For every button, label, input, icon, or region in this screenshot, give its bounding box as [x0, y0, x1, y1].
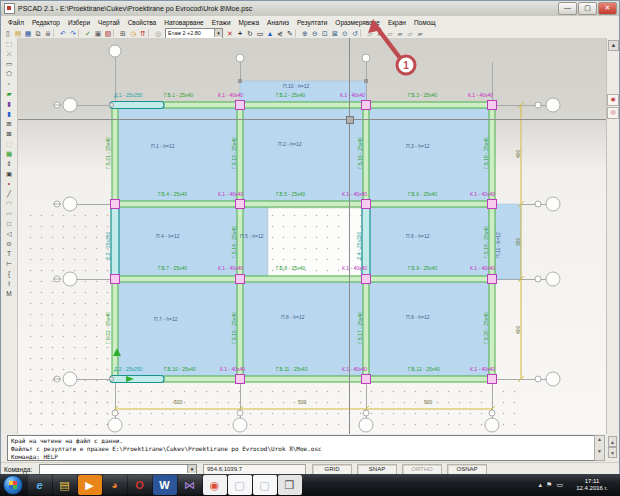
drawing-tool-icon[interactable]: ▰ [3, 89, 15, 99]
drawing-tool-icon[interactable]: ◁ [3, 229, 15, 239]
drawing-tool-icon[interactable]: ⊢ [3, 259, 15, 269]
taskbar-app-button[interactable]: ▢ [253, 475, 277, 495]
drawing-tool-icon[interactable]: ⬠ [3, 69, 15, 79]
drawing-tool-icon[interactable]: ⊙ [3, 239, 15, 249]
toolbar-icon[interactable]: ↺ [350, 29, 360, 38]
toolbar-icon[interactable]: ↻ [245, 29, 255, 38]
drawing-tool-icon[interactable]: ▮ [3, 109, 15, 119]
spinner-up-icon[interactable]: ▲ [608, 436, 617, 447]
taskbar-app-button[interactable]: ◉ [203, 475, 227, 495]
toolbar-icon[interactable]: ✕ [225, 29, 235, 38]
toolbar-icon[interactable]: ↷ [68, 29, 78, 38]
menu-item[interactable]: Помощ [410, 18, 440, 27]
drawing-tool-icon[interactable]: ▮ [3, 99, 15, 109]
menu-item[interactable]: Избери [64, 18, 94, 27]
spinner-down-icon[interactable]: ▼ [608, 447, 617, 458]
taskbar-app-button[interactable]: ◕ [103, 475, 127, 495]
drawing-tool-icon[interactable]: ▣ [3, 169, 15, 179]
toolbar-icon[interactable]: ⊕ [300, 29, 310, 38]
menu-item[interactable]: Натоварване [160, 18, 208, 27]
close-button[interactable]: ✕ [598, 2, 617, 15]
toolbar-icon[interactable]: ▱ [405, 29, 415, 38]
menu-item[interactable]: Анализ [263, 18, 293, 27]
tray-icon[interactable]: ▴ [539, 481, 543, 489]
toolbar-icon[interactable]: ▧ [103, 29, 113, 38]
toolbar-icon[interactable]: ↶ [58, 29, 68, 38]
taskbar-app-button[interactable]: ❒ [278, 475, 302, 495]
menu-item[interactable]: Етажи [208, 18, 235, 27]
toolbar-icon[interactable]: ⊖ [310, 29, 320, 38]
drawing-tool-icon[interactable]: ◠ [3, 199, 15, 209]
tray-icon[interactable]: ⚑ [546, 481, 552, 489]
drawing-tool-icon[interactable]: ╱ [3, 189, 15, 199]
drawing-tool-icon[interactable]: ⬚ [3, 139, 15, 149]
toolbar-icon[interactable]: ✎ [285, 29, 295, 38]
toolbar-icon[interactable]: ▣ [93, 29, 103, 38]
toolbar-icon[interactable]: ▰ [415, 29, 425, 38]
storey-combo[interactable]: Етаж 2 +2.80 [165, 28, 223, 39]
menu-item[interactable]: Оразмеряване [331, 18, 384, 27]
toolbar-icon[interactable]: ⊠ [330, 29, 340, 38]
taskbar-app-button[interactable]: ▤ [53, 475, 77, 495]
toolbar-icon[interactable]: ≣ [43, 29, 53, 38]
drawing-tool-icon[interactable]: ▫ [3, 79, 15, 89]
tray-icon[interactable]: ▭ [556, 481, 563, 489]
drawing-tool-icon[interactable]: ▦ [3, 149, 15, 159]
toolbar-icon[interactable]: ▱ [365, 29, 375, 38]
drawing-tool-icon[interactable]: { [3, 269, 15, 279]
drawing-tool-icon[interactable]: ⊞ [3, 119, 15, 129]
menu-item[interactable]: Редактор [28, 18, 64, 27]
toolbar-icon[interactable]: ◷ [128, 29, 138, 38]
minimize-button[interactable]: — [558, 2, 577, 15]
toolbar-icon[interactable]: ▤ [13, 29, 23, 38]
toolbar-icon[interactable]: ▦ [23, 29, 33, 38]
toolbar-icon[interactable]: ▭ [255, 29, 265, 38]
log-scrollbar[interactable]: ▲▼ [594, 435, 605, 461]
drawing-tool-icon[interactable]: 〰 [3, 209, 15, 219]
menu-item[interactable]: Файл [4, 18, 28, 27]
taskbar-app-button[interactable]: e [28, 475, 52, 495]
toolbar-icon[interactable]: + [235, 29, 245, 38]
drawing-tool-icon[interactable]: • [3, 179, 15, 189]
drawing-tool-icon[interactable]: T [3, 249, 15, 259]
drawing-canvas[interactable]: Д.1 - 25x250Г.Б.1 - 25x40К.1 - 40x40Г.Б.… [18, 38, 619, 434]
drawing-tool-icon[interactable]: ⤬ [3, 49, 15, 59]
drawing-tool-icon[interactable]: ⬚ [3, 39, 15, 49]
taskbar-app-button[interactable]: W [153, 475, 177, 495]
panel-button[interactable]: ◎ [607, 107, 619, 119]
toolbar-icon[interactable]: ✓ [83, 29, 93, 38]
menu-item[interactable]: Чертай [94, 18, 124, 27]
start-button[interactable] [3, 475, 23, 495]
drawing-tool-icon[interactable]: ⌇ [3, 279, 15, 289]
taskbar-app-button[interactable]: ⋈ [178, 475, 202, 495]
toolbar-icon[interactable]: ⋞ [275, 29, 285, 38]
toolbar-icon[interactable]: ⊙ [340, 29, 350, 38]
toolbar-icon[interactable]: ▰ [375, 29, 385, 38]
drawing-tool-icon[interactable]: ⊠ [3, 129, 15, 139]
drawing-tool-icon[interactable]: ⇕ [3, 159, 15, 169]
scroll-up-arrow[interactable]: ▲ [608, 40, 619, 51]
menu-item[interactable]: Мрежа [235, 18, 264, 27]
drawing-tool-icon[interactable]: ▭ [3, 59, 15, 69]
toolbar-icon[interactable]: ▲ [265, 29, 275, 38]
toolbar-icon[interactable]: ⊡ [320, 29, 330, 38]
drawing-tool-icon[interactable]: M [3, 289, 15, 299]
command-log[interactable]: Край на четене на файл с данни.Файлът с … [7, 435, 595, 461]
log-spinner[interactable]: ▲ ▼ [608, 436, 617, 460]
maximize-button[interactable]: ▢ [578, 2, 597, 15]
menu-item[interactable]: Резултати [293, 18, 331, 27]
menu-item[interactable]: Екран [384, 18, 410, 27]
taskbar-app-button[interactable]: ▢ [228, 475, 252, 495]
toolbar-icon[interactable]: ◎ [153, 29, 163, 38]
toolbar-icon[interactable]: ⧉ [33, 29, 43, 38]
toolbar-icon[interactable]: ▯ [3, 29, 13, 38]
taskbar-app-button[interactable]: O [128, 475, 152, 495]
toolbar-icon[interactable]: ⇈ [138, 29, 148, 38]
toolbar-icon[interactable]: ⊞ [118, 29, 128, 38]
taskbar-app-button[interactable]: ▶ [78, 475, 102, 495]
toolbar-icon[interactable]: ▰ [395, 29, 405, 38]
panel-button[interactable]: ◉ [607, 94, 619, 106]
taskbar-clock[interactable]: 17:11 12.4.2016 г. [566, 478, 618, 492]
drawing-tool-icon[interactable]: □ [3, 219, 15, 229]
menu-item[interactable]: Свойства [124, 18, 161, 27]
